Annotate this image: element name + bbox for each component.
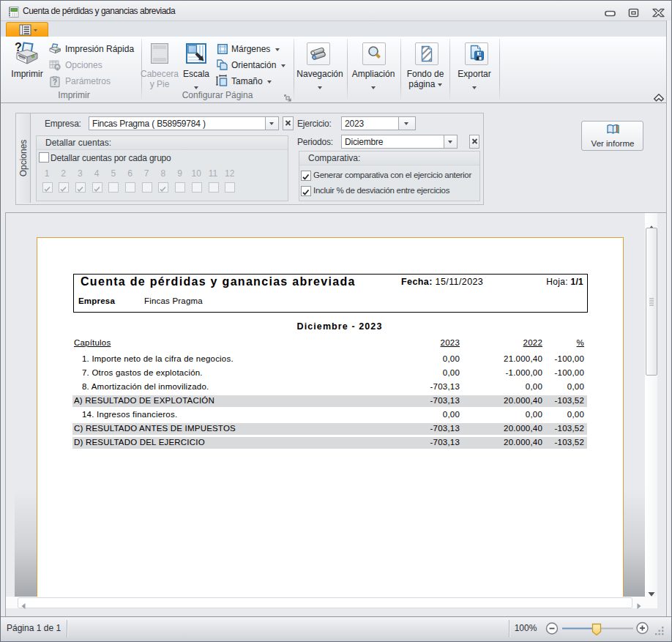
svg-text:?: ? (53, 78, 57, 86)
svg-text:?: ? (15, 42, 22, 53)
